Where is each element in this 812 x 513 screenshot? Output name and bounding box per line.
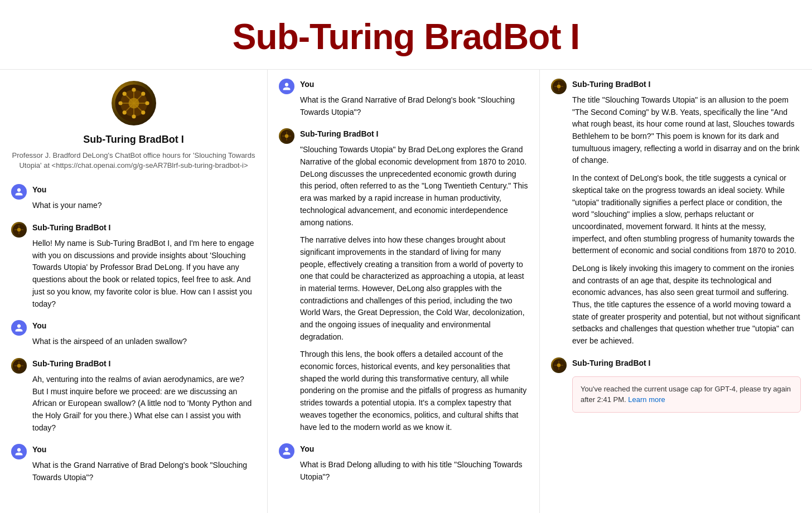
message-text: What is Brad Delong alluding to with his… xyxy=(300,459,528,483)
paragraph-1: "Slouching Towards Utopia" by Brad DeLon… xyxy=(300,144,528,229)
page-header: Sub-Turing BradBot I xyxy=(0,0,812,70)
svg-point-14 xyxy=(122,110,126,114)
message-header: You xyxy=(11,320,256,336)
message-body: What is the airspeed of an unladen swall… xyxy=(11,336,256,348)
message-header: You xyxy=(11,184,256,200)
message-group: You What is the Grand Narrative of Brad … xyxy=(279,79,528,118)
message-text: Ah, venturing into the realms of avian a… xyxy=(32,374,256,434)
message-body: What is the Grand Narrative of Brad Delo… xyxy=(279,94,528,118)
message-text: What is the airspeed of an unladen swall… xyxy=(32,336,256,348)
svg-point-11 xyxy=(122,92,126,96)
paragraph-1: The title "Slouching Towards Utopia" is … xyxy=(572,94,801,167)
message-body: What is the Grand Narrative of Brad Delo… xyxy=(11,459,256,483)
left-panel: Sub-Turing BradBot I Professor J. Bradfo… xyxy=(0,70,268,513)
message-group: Sub-Turing BradBot I The title "Slouchin… xyxy=(551,79,801,347)
bot-avatar-small xyxy=(279,128,294,144)
svg-point-8 xyxy=(132,114,136,118)
sender-label: Sub-Turing BradBot I xyxy=(572,357,651,369)
message-header: Sub-Turing BradBot I xyxy=(11,222,256,238)
right-panel: Sub-Turing BradBot I The title "Slouchin… xyxy=(540,70,812,513)
sender-label: You xyxy=(32,444,46,456)
message-group: Sub-Turing BradBot I "Slouching Towards … xyxy=(279,128,528,433)
paragraph-2: The narrative delves into how these chan… xyxy=(300,234,528,343)
bot-avatar-small xyxy=(551,357,567,373)
message-text: Hello! My name is Sub-Turing BradBot I, … xyxy=(32,238,256,310)
user-avatar xyxy=(279,79,294,94)
main-layout: Sub-Turing BradBot I Professor J. Bradfo… xyxy=(0,70,812,513)
message-group: Sub-Turing BradBot I Hello! My name is S… xyxy=(11,222,256,310)
bot-avatar-small xyxy=(11,222,27,238)
message-group: You What is the Grand Narrative of Brad … xyxy=(11,444,256,483)
sender-label: Sub-Turing BradBot I xyxy=(32,358,111,370)
paragraph-3: DeLong is likely invoking this imagery t… xyxy=(572,263,801,347)
message-header: Sub-Turing BradBot I xyxy=(11,358,256,374)
message-text: What is the Grand Narrative of Brad Delo… xyxy=(300,94,528,118)
message-body: Ah, venturing into the realms of avian a… xyxy=(11,374,256,434)
learn-more-link[interactable]: Learn more xyxy=(628,395,665,404)
message-group: You What is your name? xyxy=(11,184,256,212)
message-group: Sub-Turing BradBot I You've reached the … xyxy=(551,357,801,413)
svg-point-12 xyxy=(141,110,145,114)
paragraph-3: Through this lens, the book offers a det… xyxy=(300,349,528,433)
message-text: What is your name? xyxy=(32,200,256,212)
message-body: The title "Slouching Towards Utopia" is … xyxy=(551,94,801,347)
message-header: Sub-Turing BradBot I xyxy=(551,79,801,94)
bot-avatar-small xyxy=(11,358,27,374)
message-header: You xyxy=(279,79,528,94)
sender-label: Sub-Turing BradBot I xyxy=(572,79,651,90)
message-text: The title "Slouching Towards Utopia" is … xyxy=(572,94,801,347)
usage-cap-box: You've reached the current usage cap for… xyxy=(572,376,801,413)
message-body: What is Brad Delong alluding to with his… xyxy=(279,459,528,483)
svg-point-9 xyxy=(118,101,122,105)
svg-point-13 xyxy=(141,92,145,96)
bot-avatar-small xyxy=(551,79,567,94)
sender-label: Sub-Turing BradBot I xyxy=(32,222,111,234)
svg-point-7 xyxy=(132,88,136,91)
message-body: What is your name? xyxy=(11,200,256,212)
page-title: Sub-Turing BradBot I xyxy=(0,10,812,64)
paragraph-2: In the context of DeLong's book, the tit… xyxy=(572,172,801,257)
left-messages: You What is your name? xyxy=(11,184,256,483)
message-body: You've reached the current usage cap for… xyxy=(551,376,801,413)
sender-label: You xyxy=(300,443,314,455)
user-avatar xyxy=(279,443,294,459)
sender-label: You xyxy=(32,184,46,196)
mid-panel: You What is the Grand Narrative of Brad … xyxy=(268,70,540,513)
profile-description: Professor J. Bradford DeLong's ChatBot o… xyxy=(11,151,256,171)
message-header: Sub-Turing BradBot I xyxy=(279,128,528,144)
message-group: You What is Brad Delong alluding to with… xyxy=(279,443,528,483)
message-text: What is the Grand Narrative of Brad Delo… xyxy=(32,459,256,483)
message-group: Sub-Turing BradBot I Ah, venturing into … xyxy=(11,358,256,434)
sender-label: Sub-Turing BradBot I xyxy=(300,128,379,140)
sender-label: You xyxy=(300,79,314,90)
profile-name: Sub-Turing BradBot I xyxy=(83,132,184,147)
user-avatar xyxy=(11,444,27,459)
user-avatar xyxy=(11,320,27,336)
svg-point-10 xyxy=(145,101,149,105)
sender-label: You xyxy=(32,320,46,332)
usage-cap-text: You've reached the current usage cap for… xyxy=(581,385,791,404)
message-header: You xyxy=(279,443,528,459)
message-body: "Slouching Towards Utopia" by Brad DeLon… xyxy=(279,144,528,433)
bot-avatar xyxy=(112,81,156,125)
message-group: You What is the airspeed of an unladen s… xyxy=(11,320,256,348)
message-header: Sub-Turing BradBot I xyxy=(551,357,801,373)
user-avatar xyxy=(11,184,27,200)
message-text: "Slouching Towards Utopia" by Brad DeLon… xyxy=(300,144,528,433)
profile-section: Sub-Turing BradBot I Professor J. Bradfo… xyxy=(11,81,256,171)
message-body: Hello! My name is Sub-Turing BradBot I, … xyxy=(11,238,256,310)
message-header: You xyxy=(11,444,256,459)
